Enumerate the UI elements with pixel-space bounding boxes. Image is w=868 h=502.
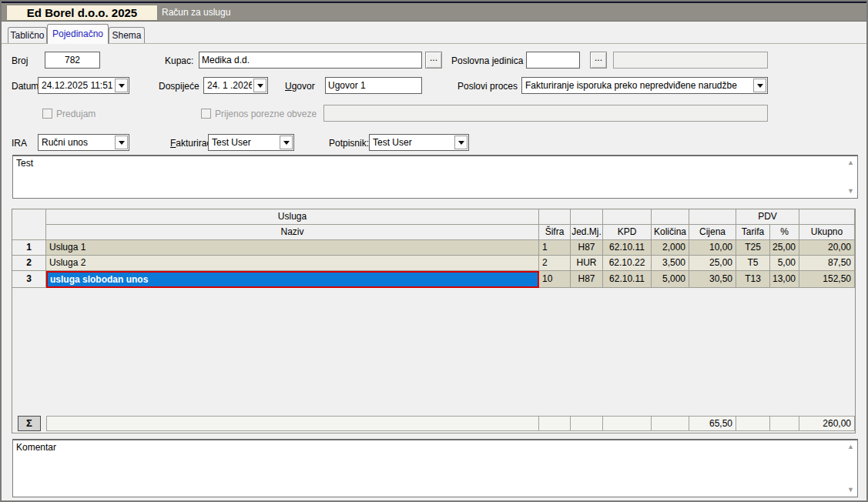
poslovna-jedinica-name-field <box>613 52 768 69</box>
chevron-down-icon <box>757 84 763 88</box>
potpisnik-value: Test User <box>373 137 453 148</box>
cell-sifra[interactable]: 10 <box>539 271 571 288</box>
broj-input[interactable] <box>45 52 100 69</box>
napomena-textarea[interactable]: Test ▲ ▼ <box>12 155 858 199</box>
scroll-down-icon[interactable]: ▼ <box>847 487 854 494</box>
cell-tarifa[interactable]: T25 <box>736 240 770 256</box>
cell-cijena[interactable]: 10,00 <box>689 240 736 256</box>
poslovna-jedinica-input[interactable] <box>526 52 580 69</box>
app-window: Ed Borel d.o.o. 2025 Račun za uslugu Tab… <box>0 0 868 502</box>
ira-label: IRA <box>12 138 27 149</box>
cell-pct[interactable]: 25,00 <box>770 240 799 256</box>
sum-cell-sifra <box>539 416 571 431</box>
potpisnik-dropdown-button[interactable] <box>454 136 468 149</box>
column-header-pct: % <box>770 225 799 240</box>
potpisnik-combo[interactable]: Test User <box>369 134 469 151</box>
cell-jedmj[interactable]: H87 <box>571 240 603 256</box>
scroll-up-icon[interactable]: ▲ <box>847 159 854 166</box>
cell-sifra[interactable]: 2 <box>539 256 571 271</box>
fakturirao-combo[interactable]: Test User <box>208 134 294 151</box>
cell-kolicina[interactable]: 5,000 <box>652 271 689 288</box>
row-header[interactable]: 2 <box>12 256 46 271</box>
scroll-down-icon[interactable]: ▼ <box>847 188 854 195</box>
cell-ukupno[interactable]: 87,50 <box>799 256 855 271</box>
kupac-browse-button[interactable]: ... <box>425 52 442 69</box>
cell-kpd[interactable]: 62.10.22 <box>603 256 652 271</box>
poslovi-proces-value: Fakturiranje isporuka preko nepredviđene… <box>525 80 752 91</box>
column-header-sifra: Šifra <box>539 225 571 240</box>
ugovor-label: Ugovor <box>285 81 315 92</box>
cell-sifra[interactable]: 1 <box>539 240 571 256</box>
tab-strip-divider <box>2 43 866 44</box>
items-table: Usluga PDV Naziv Šifra Jed.Mj. KPD Količ… <box>12 209 856 433</box>
group-header-empty <box>539 209 571 225</box>
datum-combo[interactable]: 24.12.2025 11:51 <box>38 77 129 94</box>
tab-shema[interactable]: Shema <box>109 27 145 44</box>
datum-dropdown-button[interactable] <box>115 79 128 92</box>
title-bar: Ed Borel d.o.o. 2025 Račun za uslugu <box>2 2 866 22</box>
prijenos-porezne-obveze-checkbox <box>201 109 211 119</box>
prijenos-porezne-obveze-label: Prijenos porezne obveze <box>215 109 317 119</box>
dospijece-label: Dospijeće <box>159 81 199 92</box>
sum-cell-cijena: 65,50 <box>689 416 736 431</box>
cell-pct[interactable]: 13,00 <box>770 271 799 288</box>
sum-button[interactable]: Σ <box>18 416 41 431</box>
cell-ukupno[interactable]: 20,00 <box>799 240 855 256</box>
poslovna-jedinica-label: Poslovna jedinica <box>451 55 523 66</box>
cell-cijena[interactable]: 25,00 <box>689 256 736 271</box>
sum-cell-ukupno: 260,00 <box>799 416 855 431</box>
group-header-pdv: PDV <box>736 209 799 225</box>
poslovi-proces-label: Poslovi proces <box>457 81 518 92</box>
chevron-down-icon <box>257 84 263 88</box>
cell-kpd[interactable]: 62.10.11 <box>603 240 652 256</box>
fakturirao-dropdown-button[interactable] <box>280 136 293 149</box>
napomena-text: Test <box>16 158 33 169</box>
cell-pct[interactable]: 5,00 <box>770 256 799 271</box>
cell-kolicina[interactable]: 2,000 <box>652 240 689 256</box>
group-header-empty <box>652 209 689 225</box>
prijenos-extra-field <box>323 105 768 122</box>
cell-tarifa[interactable]: T5 <box>736 256 770 271</box>
ira-dropdown-button[interactable] <box>115 136 128 149</box>
cell-cijena[interactable]: 30,50 <box>689 271 736 288</box>
ira-value: Ručni unos <box>42 137 113 148</box>
sum-cell-pct <box>770 416 799 431</box>
tab-tablicno[interactable]: Tablično <box>8 27 47 44</box>
corner-header-cell <box>12 209 46 240</box>
tab-pojedinacno[interactable]: Pojedinačno <box>47 24 109 44</box>
window-subtitle: Račun za uslugu <box>162 7 230 18</box>
row-header[interactable]: 1 <box>12 240 46 256</box>
chevron-down-icon <box>119 84 125 88</box>
kupac-input[interactable] <box>199 52 422 69</box>
chevron-down-icon <box>458 141 464 145</box>
kupac-label: Kupac: <box>165 55 193 66</box>
poslovi-proces-combo[interactable]: Fakturiranje isporuka preko nepredviđene… <box>521 77 768 94</box>
cell-ukupno[interactable]: 152,50 <box>799 271 855 288</box>
cell-naziv[interactable]: Usluga 2 <box>46 256 539 271</box>
predujam-label: Predujam <box>56 109 96 119</box>
cell-tarifa[interactable]: T13 <box>736 271 770 288</box>
column-header-jedmj: Jed.Mj. <box>571 225 603 240</box>
ugovor-input[interactable] <box>325 77 422 94</box>
cell-kolicina[interactable]: 3,500 <box>652 256 689 271</box>
group-header-empty <box>799 209 855 225</box>
sum-cell-kpd <box>603 416 652 431</box>
poslovna-jedinica-browse-button[interactable]: ... <box>590 52 607 69</box>
row-header[interactable]: 3 <box>12 271 46 288</box>
datum-label: Datum <box>12 81 39 92</box>
komentar-text: Komentar <box>16 442 56 453</box>
komentar-textarea[interactable]: Komentar ▲ ▼ <box>12 439 858 497</box>
poslovi-proces-dropdown-button[interactable] <box>753 79 766 92</box>
chevron-down-icon <box>119 141 125 145</box>
cell-jedmj[interactable]: HUR <box>571 256 603 271</box>
dospijece-dropdown-button[interactable] <box>253 79 266 92</box>
dospijece-combo[interactable]: 24. 1 .2026. <box>203 77 268 94</box>
ira-combo[interactable]: Ručni unos <box>38 134 129 151</box>
cell-naziv-selected[interactable]: usluga slobodan unos <box>46 271 539 288</box>
scroll-up-icon[interactable]: ▲ <box>847 443 854 450</box>
group-header-empty <box>603 209 652 225</box>
sum-cell-tarifa <box>736 416 770 431</box>
cell-jedmj[interactable]: H87 <box>571 271 603 288</box>
cell-naziv[interactable]: Usluga 1 <box>46 240 539 256</box>
cell-kpd[interactable]: 62.10.11 <box>603 271 652 288</box>
